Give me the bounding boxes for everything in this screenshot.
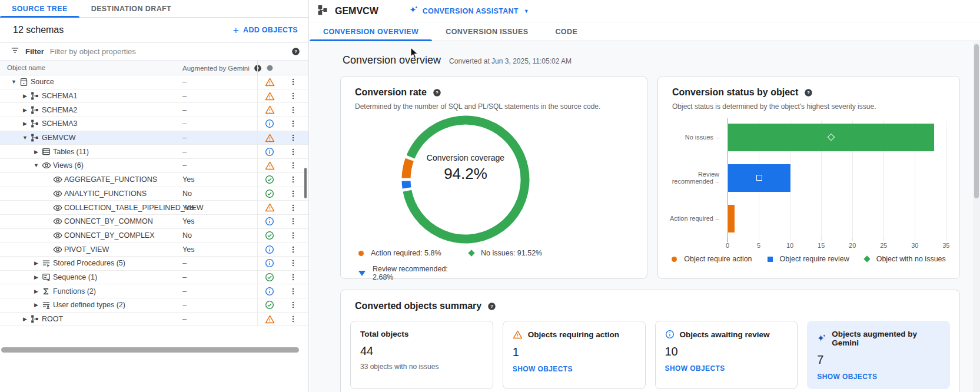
tree-row[interactable]: COLLECTION_TABLE_PIPELINED_VIEW Yes bbox=[0, 201, 308, 215]
tree-row[interactable]: ▶ Functions (2) – bbox=[0, 284, 308, 298]
caret-right-icon[interactable]: ▶ bbox=[19, 316, 31, 322]
tab-code[interactable]: CODE bbox=[542, 22, 591, 41]
schema-header: 12 schemas + ADD OBJECTS bbox=[0, 18, 308, 43]
status-check-icon bbox=[257, 271, 281, 284]
row-menu-button[interactable] bbox=[287, 201, 300, 214]
tree-row[interactable]: ▶ User defined types (2) – bbox=[0, 298, 308, 313]
caret-down-icon[interactable]: ▼ bbox=[31, 162, 42, 168]
row-menu-button[interactable] bbox=[287, 145, 300, 158]
stat-value: 44 bbox=[360, 344, 483, 358]
caret-right-icon[interactable]: ▶ bbox=[31, 274, 42, 280]
tree-vertical-scrollbar[interactable] bbox=[304, 168, 307, 198]
caret-right-icon[interactable]: ▶ bbox=[19, 107, 31, 113]
tree-row[interactable]: ▶ Stored Procedures (5) – bbox=[0, 257, 308, 271]
show-objects-link[interactable]: SHOW OBJECTS bbox=[665, 364, 725, 373]
status-warning-icon bbox=[257, 75, 281, 89]
row-menu-button[interactable] bbox=[287, 229, 300, 242]
schema-icon bbox=[31, 119, 42, 128]
tab-conversion-overview[interactable]: CONVERSION OVERVIEW bbox=[310, 22, 432, 41]
show-objects-link[interactable]: SHOW OBJECTS bbox=[817, 373, 877, 381]
conversion-status-help-icon[interactable]: ? bbox=[804, 88, 813, 97]
row-menu-button[interactable] bbox=[287, 173, 300, 187]
tree-row[interactable]: ▶ SCHEMA2 – bbox=[0, 103, 308, 117]
tree-row[interactable]: ANALYTIC_FUNCTIONS No bbox=[0, 187, 308, 201]
row-menu-button[interactable] bbox=[287, 75, 300, 89]
caret-right-icon[interactable]: ▶ bbox=[31, 302, 42, 308]
row-menu-button[interactable] bbox=[287, 159, 300, 172]
stat-card-objects-awaiting-review: Objects awaiting review 10SHOW OBJECTS bbox=[655, 321, 798, 389]
row-menu-button[interactable] bbox=[287, 187, 300, 201]
row-menu-button[interactable] bbox=[287, 271, 300, 284]
tree-row[interactable]: CONNECT_BY_COMPLEX No bbox=[0, 229, 308, 243]
info-icon bbox=[665, 330, 675, 339]
rate-legend-item: Action required: 5.8% bbox=[358, 249, 469, 257]
augmented-value: No bbox=[182, 229, 192, 242]
stat-note: 33 objects with no issues bbox=[360, 363, 483, 371]
row-menu-button[interactable] bbox=[287, 242, 300, 256]
add-objects-button[interactable]: + ADD OBJECTS bbox=[233, 25, 298, 35]
caret-down-icon[interactable]: ▼ bbox=[8, 79, 19, 85]
tree-row[interactable]: ▶ SCHEMA1 – bbox=[0, 89, 308, 104]
caret-right-icon[interactable]: ▶ bbox=[31, 288, 42, 294]
tree-row[interactable]: AGGREGATE_FUNCTIONS Yes bbox=[0, 173, 308, 187]
rate-legend-item: No issues: 91.52% bbox=[469, 249, 542, 257]
content-vertical-scrollbar[interactable] bbox=[973, 42, 980, 392]
caret-right-icon[interactable]: ▶ bbox=[31, 149, 42, 155]
filter-input[interactable] bbox=[50, 47, 285, 56]
row-menu-button[interactable] bbox=[287, 89, 300, 103]
conversion-panel: GEMVCW CONVERSION ASSISTANT ▼ CONVERSION… bbox=[310, 0, 980, 392]
legend-square-icon bbox=[768, 257, 773, 262]
augmented-value: Yes bbox=[182, 173, 194, 187]
eye-icon bbox=[42, 161, 53, 170]
bar-1 bbox=[728, 164, 790, 192]
row-menu-button[interactable] bbox=[287, 257, 300, 270]
augmented-value: – bbox=[182, 257, 187, 270]
row-menu-button[interactable] bbox=[287, 103, 300, 117]
tab-source-tree[interactable]: SOURCE TREE bbox=[0, 0, 79, 17]
overview-content: Conversion overview Converted at Jun 3, … bbox=[310, 41, 980, 392]
show-objects-link[interactable]: SHOW OBJECTS bbox=[513, 365, 573, 373]
summary-help-icon[interactable]: ? bbox=[487, 302, 496, 311]
donut-center-text: Conversion coverage 94.2% bbox=[395, 153, 536, 183]
tree-row[interactable]: ▼ Views (6) – bbox=[0, 159, 308, 173]
caret-down-icon[interactable]: ▼ bbox=[19, 135, 31, 141]
row-menu-button[interactable] bbox=[287, 284, 300, 298]
tree-row[interactable]: PIVOT_VIEW Yes bbox=[0, 242, 308, 257]
conversion-status-card: Conversion status by object ? Object sta… bbox=[657, 76, 960, 279]
tree-row[interactable]: ▶ SCHEMA3 – bbox=[0, 117, 308, 131]
augmented-value: Yes bbox=[182, 201, 194, 214]
filter-help-icon[interactable]: ? bbox=[291, 47, 300, 56]
status-column-icon bbox=[266, 64, 274, 72]
tree-row[interactable]: ▶ ROOT – bbox=[0, 313, 308, 327]
tree-row[interactable]: CONNECT_BY_COMMON Yes bbox=[0, 215, 308, 229]
status-legend-item: Object require action bbox=[672, 255, 752, 263]
legend-diamond-icon bbox=[468, 250, 474, 256]
row-menu-button[interactable] bbox=[287, 215, 300, 228]
object-name: Views (6) bbox=[53, 161, 84, 170]
schema-icon bbox=[31, 315, 42, 323]
row-menu-button[interactable] bbox=[287, 313, 300, 326]
tree-row[interactable]: ▼ Source – bbox=[0, 75, 308, 89]
status-chart-legend: Object require actionObject require revi… bbox=[658, 255, 959, 263]
caret-right-icon[interactable]: ▶ bbox=[19, 93, 31, 99]
tree-row[interactable]: ▶ Tables (11) – bbox=[0, 145, 308, 159]
status-info-icon bbox=[257, 242, 281, 256]
tree-row[interactable]: ▶ Sequence (1) – bbox=[0, 271, 308, 285]
augmented-value: Yes bbox=[182, 242, 194, 256]
tab-conversion-issues[interactable]: CONVERSION ISSUES bbox=[432, 22, 542, 41]
legend-triangle-icon bbox=[358, 271, 366, 276]
converted-objects-summary-card: Converted objects summary ? Total object… bbox=[340, 290, 960, 392]
eye-icon bbox=[53, 231, 64, 240]
tab-destination-draft[interactable]: DESTINATION DRAFT bbox=[79, 0, 183, 17]
tree-row[interactable]: ▼ GEMVCW – bbox=[0, 131, 308, 145]
conversion-rate-help-icon[interactable]: ? bbox=[433, 88, 441, 97]
row-menu-button[interactable] bbox=[287, 298, 300, 312]
add-objects-label: ADD OBJECTS bbox=[243, 26, 298, 34]
tree-horizontal-scrollbar[interactable] bbox=[0, 347, 303, 353]
conversion-assistant-button[interactable]: CONVERSION ASSISTANT ▼ bbox=[409, 5, 529, 16]
row-menu-button[interactable] bbox=[287, 117, 300, 131]
column-object-name: Object name bbox=[7, 64, 45, 71]
caret-right-icon[interactable]: ▶ bbox=[19, 121, 31, 127]
row-menu-button[interactable] bbox=[287, 131, 300, 145]
caret-right-icon[interactable]: ▶ bbox=[31, 260, 42, 266]
